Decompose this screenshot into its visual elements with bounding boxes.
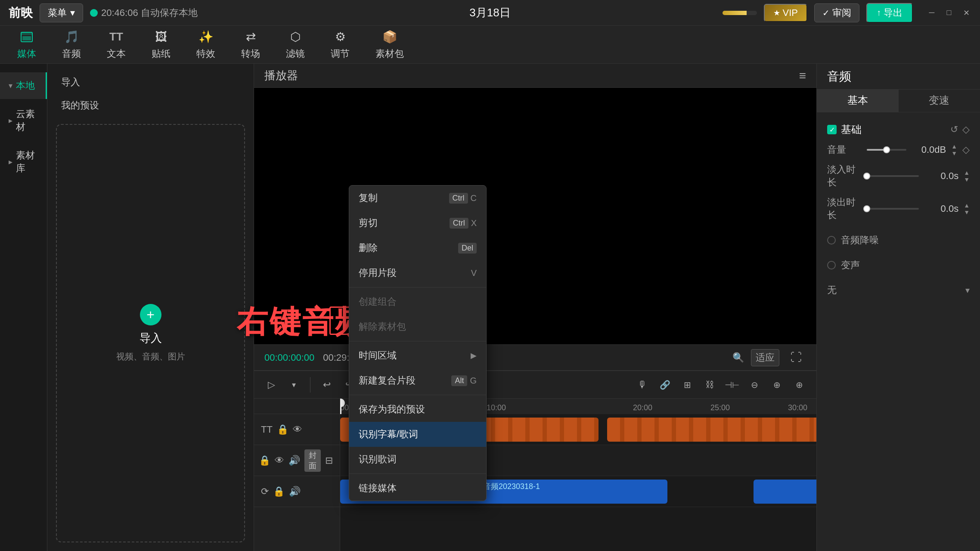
timeline-content: TT 🔒 👁 ⊞ 🔒 👁 🔊 封面 ⊟ ⟳	[254, 399, 816, 551]
cover-frame-icon: ⊟	[325, 455, 333, 466]
reset-icon[interactable]: ↺	[950, 124, 958, 135]
cut-shortcut: Ctrl X	[450, 218, 477, 229]
maximize-button[interactable]: □	[944, 8, 954, 18]
left-preset-link[interactable]: 我的预设	[56, 96, 245, 115]
ctx-recognize-subtitle[interactable]: 识别字幕/歌词	[349, 422, 486, 447]
zoom-in-icon[interactable]: ⊕	[768, 376, 785, 393]
ctx-cut[interactable]: 剪切 Ctrl X	[349, 210, 486, 235]
player-ctrl-right: 🔍 适应 ⛶	[732, 349, 806, 366]
eye-icon[interactable]: 👁	[293, 424, 302, 435]
cover-mode-icon: ⊞	[254, 455, 254, 466]
media-tool-media[interactable]: 媒体	[17, 29, 36, 60]
chain-icon[interactable]: ⛓	[701, 376, 718, 393]
left-import-link[interactable]: 导入	[56, 72, 245, 92]
app-logo: 前映	[9, 5, 33, 21]
cover-lock-icon[interactable]: 🔒	[259, 455, 270, 466]
right-panel-title: 音频	[827, 68, 851, 85]
add-track-icon[interactable]: ⊕	[791, 376, 808, 393]
media-tool-sticker[interactable]: 🖼 贴纸	[152, 29, 171, 60]
zoom-out-icon[interactable]: ⊖	[746, 376, 763, 393]
nav-cloud[interactable]: ▸ 云素材	[0, 101, 47, 140]
lock-icon[interactable]: 🔒	[277, 424, 288, 435]
select-tool[interactable]: ▷	[263, 376, 280, 393]
tab-basic[interactable]: 基本	[817, 90, 899, 112]
left-panel-inner: ▾ 本地 ▸ 云素材 ▸ 素材库 导入 我的预设	[0, 64, 254, 551]
right-tabs: 基本 变速	[817, 90, 980, 112]
fullscreen-button[interactable]: ⛶	[786, 349, 806, 366]
media-tool-adjust[interactable]: ⚙ 调节	[331, 29, 350, 60]
cover-audio-icon[interactable]: 🔊	[288, 455, 300, 466]
snap-icon[interactable]: ⊞	[679, 376, 696, 393]
toolbar-separator-1	[310, 377, 310, 393]
ctx-sep-3	[349, 395, 486, 395]
ctx-disable[interactable]: 停用片段 V	[349, 260, 486, 285]
ruler-label-spacer	[254, 399, 340, 414]
keyframe-icon[interactable]: ◇	[962, 124, 970, 135]
voice-row: 变声	[827, 259, 970, 272]
voice-toggle[interactable]	[827, 261, 836, 269]
undo-button[interactable]: ↩	[318, 376, 335, 393]
left-sub-nav: 导入 我的预设	[56, 72, 245, 115]
fadein-slider[interactable]	[867, 175, 919, 177]
fadeout-slider[interactable]	[867, 208, 919, 210]
voice-dropdown-arrow[interactable]: ▾	[965, 285, 970, 295]
export-button[interactable]: ↑ 导出	[866, 3, 913, 23]
ruler-25: 25:00	[710, 403, 730, 412]
fit-button[interactable]: 适应	[751, 349, 779, 366]
audio-clip-2[interactable]	[754, 480, 816, 504]
ctx-copy[interactable]: 复制 Ctrl C	[349, 186, 486, 210]
main-layout: ▾ 本地 ▸ 云素材 ▸ 素材库 导入 我的预设	[0, 64, 980, 551]
review-button[interactable]: ✓ 审阅	[814, 3, 859, 22]
tab-speed[interactable]: 变速	[899, 90, 980, 112]
volume-stepper[interactable]: ▲ ▼	[951, 143, 957, 156]
minimize-button[interactable]: ─	[927, 8, 937, 18]
import-drop-area[interactable]: + 导入 视频、音频、图片	[56, 124, 245, 542]
top-bar-left: 前映 菜单 ▾ 20:46:06 自动保存本地	[9, 3, 198, 22]
cover-eye-icon[interactable]: 👁	[275, 455, 284, 466]
delete-shortcut: Del	[458, 243, 477, 254]
link-icon[interactable]: 🔗	[656, 376, 673, 393]
close-button[interactable]: ✕	[961, 8, 971, 18]
player-video	[254, 88, 816, 344]
audio-lock-icon[interactable]: 🔒	[273, 486, 285, 497]
timeline-toolbar: ▷ ▾ ↩ ↪ ⊢ 🗑 ↕ ⚑ ⊣ 🎙 🔗 ⊞ ⛓ ⊣⊢ ⊖ ⊕	[254, 371, 816, 399]
media-tool-effect[interactable]: ✨ 特效	[196, 29, 215, 60]
fadein-stepper[interactable]: ▲ ▼	[964, 170, 970, 183]
context-menu: 复制 Ctrl C 剪切 Ctrl X 删除 Del 停用片段 V 创建组合 解…	[349, 185, 487, 501]
ruler-10: 10:00	[487, 403, 506, 412]
nav-library[interactable]: ▸ 素材库	[0, 142, 47, 182]
volume-slider[interactable]	[867, 149, 906, 151]
ctx-recognize-lyrics[interactable]: 识别歌词	[349, 447, 486, 472]
media-tool-audio[interactable]: 🎵 音频	[62, 29, 81, 60]
audio-track-icon: ⟳	[261, 486, 269, 497]
media-icon	[19, 29, 34, 45]
noise-toggle[interactable]	[827, 236, 836, 245]
import-button-label: 导入	[140, 331, 162, 346]
video-clip-2[interactable]	[607, 418, 816, 442]
nav-local[interactable]: ▾ 本地	[0, 72, 47, 99]
vip-button[interactable]: ★ VIP	[764, 4, 807, 22]
menu-button[interactable]: 菜单 ▾	[40, 3, 83, 22]
ctx-new-composite[interactable]: 新建复合片段 Alt G	[349, 368, 486, 393]
ctx-remove-asset: 解除素材包	[349, 314, 486, 339]
zoom-icon[interactable]: 🔍	[732, 352, 744, 363]
current-timecode: 00:00:00:00	[264, 352, 314, 363]
ctx-link-media[interactable]: 链接媒体	[349, 476, 486, 501]
mic-icon[interactable]: 🎙	[634, 376, 651, 393]
player-menu-icon[interactable]: ≡	[799, 69, 806, 83]
basic-checkbox[interactable]: ✓	[827, 125, 837, 134]
volume-keyframe[interactable]: ◇	[962, 144, 970, 155]
media-tool-text[interactable]: TT 文本	[107, 29, 126, 60]
select-mode[interactable]: ▾	[285, 376, 302, 393]
ctx-delete[interactable]: 删除 Del	[349, 235, 486, 260]
align-icon[interactable]: ⊣⊢	[723, 376, 741, 393]
fadeout-row: 淡出时长 0.0s ▲ ▼	[827, 196, 970, 222]
fadeout-stepper[interactable]: ▲ ▼	[964, 202, 970, 215]
media-tool-transition[interactable]: ⇄ 转场	[241, 29, 260, 60]
audio-vol-icon[interactable]: 🔊	[289, 486, 301, 497]
ctx-time-range[interactable]: 时间区域 ▶	[349, 343, 486, 368]
media-tool-asset[interactable]: 📦 素材包	[375, 29, 404, 60]
media-tool-filter[interactable]: ⬡ 滤镜	[286, 29, 305, 60]
playhead[interactable]	[340, 399, 341, 414]
ctx-save-preset[interactable]: 保存为我的预设	[349, 397, 486, 422]
